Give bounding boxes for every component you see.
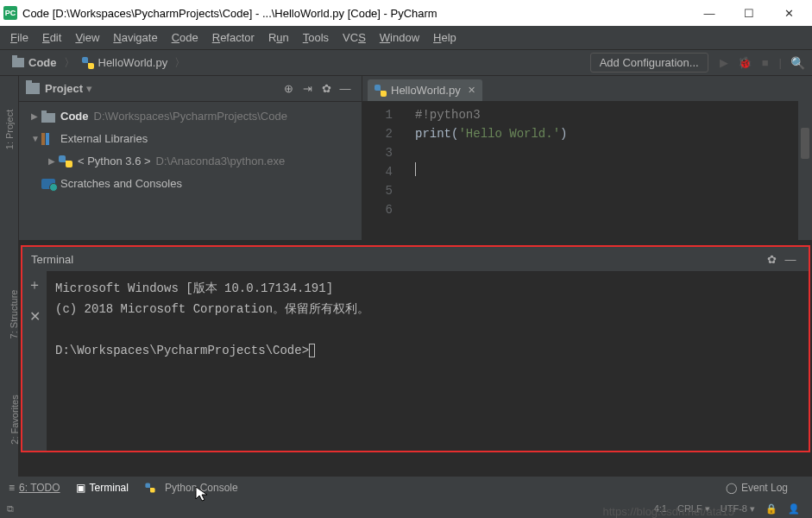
- menu-file[interactable]: File: [3, 31, 35, 44]
- watermark-text: https://blog.csdn.net/ata15: [603, 505, 735, 518]
- pycharm-icon: PC: [3, 6, 17, 20]
- bottom-tab-todo[interactable]: ≡6: TODO: [9, 482, 60, 494]
- tree-external-libraries[interactable]: ▼ External Libraries: [28, 128, 362, 150]
- breadcrumb-root[interactable]: Code: [7, 54, 62, 71]
- bottom-tab-terminal[interactable]: ▣Terminal: [76, 482, 129, 494]
- python-file-icon: [375, 85, 387, 97]
- python-icon: [59, 155, 72, 167]
- code-content[interactable]: #!python3 print('Hello World.'): [401, 102, 567, 240]
- terminal-title: Terminal: [31, 253, 73, 266]
- gear-icon[interactable]: ✿: [317, 82, 336, 95]
- menu-code[interactable]: Code: [165, 31, 205, 44]
- project-icon: [26, 83, 40, 94]
- terminal-side-toolbar: ＋ ✕: [22, 271, 47, 451]
- tree-root[interactable]: ▶ Code D:\Workspaces\PycharmProjects\Cod…: [28, 105, 362, 128]
- status-windows-icon[interactable]: ⧉: [7, 503, 14, 515]
- breadcrumb: Code 〉 HelloWorld.py 〉: [7, 54, 187, 71]
- terminal-tool-window: Terminal ✿ — ＋ ✕ Microsoft Windows [版本 1…: [21, 245, 810, 452]
- terminal-cursor: [309, 344, 315, 357]
- menu-navigate[interactable]: Navigate: [106, 31, 164, 44]
- project-panel-header: Project ▾ ⊕ ⇥ ✿ —: [19, 76, 362, 102]
- folder-icon: [41, 113, 55, 123]
- close-button[interactable]: ✕: [769, 0, 809, 26]
- chevron-right-icon: 〉: [64, 55, 75, 71]
- rail-favorites[interactable]: 2: Favorites: [9, 395, 20, 444]
- scratches-icon: [41, 179, 55, 189]
- code-editor[interactable]: 1 2 3 4 5 6 #!python3 print('Hello World…: [362, 102, 812, 240]
- menu-window[interactable]: Window: [373, 31, 426, 44]
- close-tab-icon[interactable]: ✕: [468, 85, 475, 96]
- gear-icon[interactable]: ✿: [762, 253, 781, 266]
- editor-tab-helloworld[interactable]: HelloWorld.py ✕: [368, 79, 482, 101]
- terminal-content[interactable]: Microsoft Windows [版本 10.0.17134.191] (c…: [47, 271, 809, 451]
- tree-scratches[interactable]: ▶ Scratches and Consoles: [28, 173, 362, 195]
- run-button[interactable]: ▶: [714, 56, 734, 69]
- libraries-icon: [41, 133, 55, 145]
- editor-scrollbar[interactable]: [798, 76, 812, 240]
- editor-area: HelloWorld.py ✕ 1 2 3 4 5 6 #!python3 pr…: [362, 76, 812, 240]
- editor-tab-label: HelloWorld.py: [391, 84, 461, 97]
- folder-icon: [12, 58, 24, 67]
- menu-edit[interactable]: Edit: [35, 31, 68, 44]
- add-configuration-button[interactable]: Add Configuration...: [590, 53, 708, 73]
- left-tool-stripe: 1: Project 7: Structure 2: Favorites: [0, 76, 19, 477]
- menu-refactor[interactable]: Refactor: [205, 31, 261, 44]
- collapse-icon[interactable]: ⇥: [298, 82, 317, 95]
- bottom-tool-tabs: ≡6: TODO ▣Terminal Python Console ◯Event…: [0, 477, 812, 499]
- hide-panel-icon[interactable]: —: [781, 253, 800, 266]
- menu-view[interactable]: View: [68, 31, 106, 44]
- project-tree[interactable]: ▶ Code D:\Workspaces\PycharmProjects\Cod…: [19, 102, 362, 199]
- menu-tools[interactable]: Tools: [296, 31, 336, 44]
- terminal-header: Terminal ✿ —: [22, 247, 809, 271]
- menu-run[interactable]: Run: [261, 31, 296, 44]
- minimize-button[interactable]: —: [689, 0, 729, 26]
- python-file-icon: [82, 57, 94, 69]
- nav-toolbar: Code 〉 HelloWorld.py 〉 Add Configuration…: [0, 50, 812, 76]
- status-hector-icon[interactable]: 👤: [788, 503, 800, 515]
- project-panel-title: Project: [45, 82, 83, 95]
- lock-icon[interactable]: 🔒: [765, 503, 777, 515]
- main-menu: File Edit View Navigate Code Refactor Ru…: [0, 26, 812, 50]
- debug-button[interactable]: 🐞: [734, 56, 755, 69]
- maximize-button[interactable]: ☐: [729, 0, 769, 26]
- menu-help[interactable]: Help: [426, 31, 463, 44]
- project-tool-window: Project ▾ ⊕ ⇥ ✿ — ▶ Code D:\Workspaces\P…: [19, 76, 362, 240]
- bottom-event-log[interactable]: ◯Event Log: [726, 482, 788, 494]
- window-titlebar: PC Code [D:\Workspaces\PycharmProjects\C…: [0, 0, 812, 26]
- editor-tabs: HelloWorld.py ✕: [362, 76, 812, 102]
- menu-vcs[interactable]: VCS: [336, 31, 373, 44]
- chevron-right-icon: 〉: [174, 55, 186, 71]
- project-view-switcher[interactable]: ▾: [86, 82, 92, 95]
- line-gutter: 1 2 3 4 5 6: [362, 102, 401, 240]
- stop-button[interactable]: ■: [755, 56, 776, 69]
- tree-python-interpreter[interactable]: ▶ < Python 3.6 > D:\Anaconda3\python.exe: [28, 150, 362, 173]
- rail-structure[interactable]: 7: Structure: [9, 290, 19, 339]
- window-title: Code [D:\Workspaces\PycharmProjects\Code…: [22, 7, 689, 20]
- hide-panel-icon[interactable]: —: [336, 82, 355, 95]
- target-icon[interactable]: ⊕: [279, 82, 298, 95]
- new-session-icon[interactable]: ＋: [28, 276, 41, 294]
- search-icon[interactable]: 🔍: [790, 56, 805, 70]
- rail-project[interactable]: 1: Project: [4, 110, 15, 149]
- status-bar: ⧉ https://blog.csdn.net/ata15 4:1 CRLF ▾…: [0, 499, 812, 518]
- bottom-tab-python-console[interactable]: Python Console: [144, 482, 238, 494]
- close-session-icon[interactable]: ✕: [29, 308, 41, 325]
- breadcrumb-file[interactable]: HelloWorld.py: [77, 54, 173, 71]
